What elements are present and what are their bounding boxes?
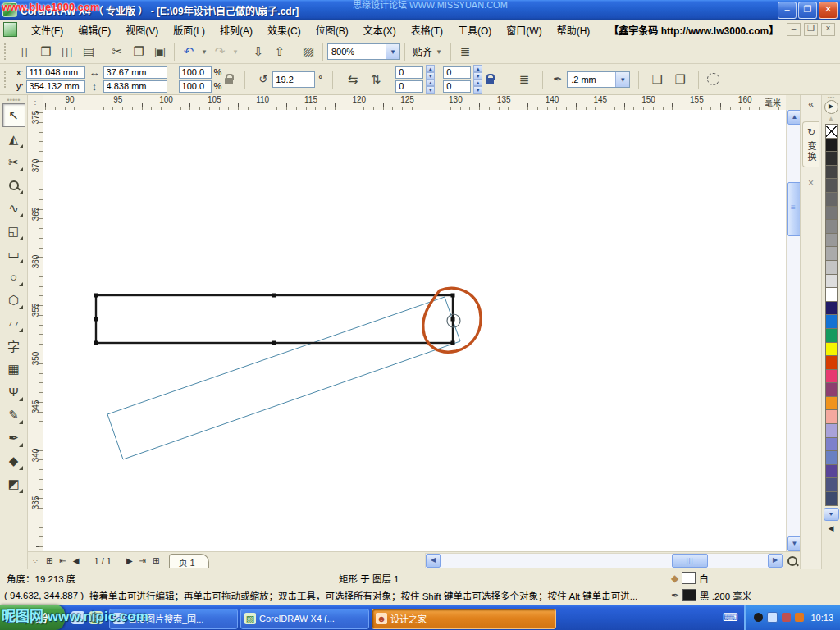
snap-to-button[interactable]: 贴齐 [413, 44, 432, 58]
horizontal-ruler[interactable]: 毫米 9095100105110115120125130135140145150… [43, 95, 786, 111]
corner-radius-br-field[interactable] [443, 80, 471, 93]
pick-tool[interactable]: ↖ [2, 103, 25, 127]
color-swatch-26[interactable] [825, 477, 838, 492]
close-button[interactable]: ✕ [819, 2, 838, 19]
outline-pen-tool[interactable]: ✒ [3, 427, 25, 449]
drawing-canvas[interactable] [43, 110, 786, 551]
color-swatch-18[interactable] [825, 369, 838, 384]
redo-dropdown-icon[interactable]: ▾ [231, 42, 240, 62]
color-swatch-23[interactable] [825, 437, 838, 452]
corner-tr-spinner[interactable]: ▴▾ [473, 65, 482, 80]
export-icon[interactable]: ⇧ [270, 42, 290, 62]
corner-br-spinner[interactable]: ▴▾ [473, 79, 482, 94]
mdi-minimize-button[interactable]: – [787, 23, 801, 36]
snap-dropdown-icon[interactable]: ▾ [435, 42, 443, 62]
task-button-1[interactable]: ▨CorelDRAW X4 (... [240, 609, 369, 629]
redo-icon[interactable]: ↷ [210, 42, 230, 62]
minimize-button[interactable]: – [778, 2, 797, 19]
color-swatch-15[interactable] [825, 328, 838, 343]
polygon-tool[interactable]: ⬡ [3, 289, 25, 311]
eyedropper-tool[interactable]: ✎ [3, 404, 25, 426]
basic-shapes-tool[interactable]: ▱ [3, 312, 25, 334]
open-icon[interactable]: ❒ [36, 42, 56, 62]
import-icon[interactable]: ⇩ [249, 42, 268, 62]
paste-icon[interactable]: ▣ [150, 42, 170, 62]
undo-icon[interactable]: ↶ [179, 42, 199, 62]
horizontal-scroll-thumb[interactable]: ||| [672, 554, 708, 568]
menu-item-ad[interactable]: 【鑫宇条码 http://www.lw3000.com】 [597, 21, 786, 39]
menu-item-4[interactable]: 排列(A) [212, 21, 260, 39]
restore-button[interactable]: ❐ [798, 2, 817, 19]
mirror-vertical-icon[interactable]: ⇅ [366, 70, 386, 89]
corner-lock-icon[interactable] [486, 78, 494, 84]
outline-width-input[interactable] [568, 72, 615, 87]
menu-item-2[interactable]: 视图(V) [118, 21, 166, 39]
x-position-field[interactable] [26, 66, 85, 79]
toolbox-grip[interactable]: ••••• [0, 98, 27, 103]
zoom-dropdown-icon[interactable]: ▾ [386, 44, 399, 59]
ruler-origin-button[interactable]: ⁘ [28, 95, 43, 111]
scroll-right-icon[interactable]: ▶ [768, 554, 783, 568]
add-page-button[interactable]: ⊞ [44, 556, 54, 565]
language-bar-icon[interactable]: ⌨ [716, 611, 745, 623]
page-tab[interactable]: 页 1 [169, 554, 208, 568]
color-swatch-5[interactable] [825, 192, 838, 207]
menu-item-3[interactable]: 版面(L) [166, 21, 212, 39]
color-swatch-1[interactable] [825, 138, 838, 153]
menu-item-0[interactable]: 文件(F) [24, 21, 71, 39]
propbar-grip[interactable] [4, 71, 11, 88]
menu-item-7[interactable]: 文本(X) [356, 21, 404, 39]
color-swatch-24[interactable] [825, 450, 838, 465]
menu-item-5[interactable]: 效果(C) [260, 21, 308, 39]
task-button-2[interactable]: ☻设计之家 [372, 609, 556, 629]
palette-corner-icon[interactable]: ◀ [829, 524, 834, 532]
color-swatch-6[interactable] [825, 206, 838, 221]
color-swatch-7[interactable] [825, 219, 838, 234]
wrap-text-icon[interactable]: ≣ [514, 70, 534, 89]
color-swatch-25[interactable] [825, 464, 838, 479]
text-tool[interactable]: 字 [3, 335, 25, 357]
outline-width-dropdown-icon[interactable]: ▾ [615, 72, 629, 87]
fill-tool[interactable]: ◆ [3, 450, 25, 472]
docker-collapse-icon[interactable]: « [808, 98, 814, 110]
y-position-field[interactable] [26, 80, 85, 93]
utility-tray-icon[interactable] [782, 613, 791, 622]
first-page-icon[interactable]: ⇤ [57, 556, 67, 565]
toolbar-grip[interactable] [4, 43, 11, 60]
previous-page-icon[interactable]: ◀ [71, 556, 81, 565]
menu-item-6[interactable]: 位图(B) [308, 21, 356, 39]
print-icon[interactable]: ▤ [79, 42, 98, 62]
corner-bl-spinner[interactable]: ▴▾ [426, 79, 435, 94]
horizontal-scrollbar[interactable]: ◀ ||| ▶ [425, 553, 783, 568]
to-front-icon[interactable]: ❑ [647, 70, 667, 89]
scroll-left-icon[interactable]: ◀ [426, 554, 441, 568]
shape-tool[interactable]: ◭ [3, 128, 25, 150]
mirror-horizontal-icon[interactable]: ⇆ [343, 70, 363, 89]
color-swatch-10[interactable] [825, 260, 838, 275]
menu-item-11[interactable]: 帮助(H) [550, 21, 598, 39]
smart-fill-tool[interactable]: ◱ [3, 220, 25, 242]
color-swatch-21[interactable] [825, 409, 838, 424]
interactive-fill-tool[interactable]: ◩ [3, 472, 25, 495]
palette-grip[interactable]: ••• [828, 95, 834, 99]
next-page-icon[interactable]: ▶ [125, 556, 135, 565]
vertical-scrollbar[interactable]: ▲ ▼ [786, 110, 800, 551]
save-icon[interactable]: ◫ [57, 42, 77, 62]
zoom-level-combo[interactable]: ▾ [327, 43, 400, 60]
color-swatch-11[interactable] [825, 274, 838, 289]
freehand-tool[interactable]: ∿ [3, 197, 25, 219]
table-tool[interactable]: ▦ [3, 358, 25, 380]
rectangle-tool[interactable]: ▭ [3, 243, 25, 265]
outline-width-combo[interactable]: ▾ [567, 71, 630, 88]
blend-tool[interactable]: Ψ [3, 381, 25, 403]
options-icon[interactable]: ≣ [455, 42, 475, 62]
network-tray-icon[interactable] [767, 612, 778, 623]
rectangle-object[interactable] [96, 295, 453, 343]
color-swatch-27[interactable] [825, 491, 838, 506]
crop-tool[interactable]: ✂ [3, 151, 25, 173]
color-swatch-19[interactable] [825, 382, 838, 397]
palette-scroll-down-icon[interactable]: ▾ [824, 508, 839, 521]
add-page-button-2[interactable]: ⊞ [151, 556, 161, 565]
convert-to-curves-icon[interactable] [707, 73, 719, 85]
scale-h-field[interactable] [179, 66, 212, 79]
